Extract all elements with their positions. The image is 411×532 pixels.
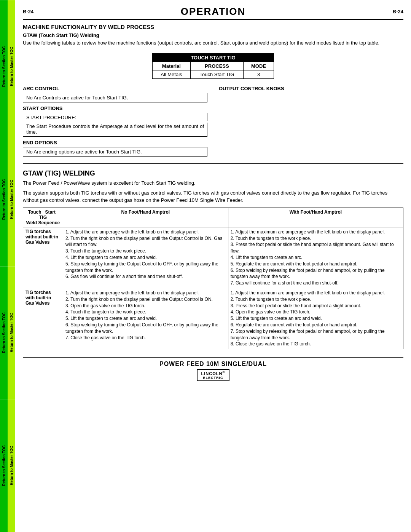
- output-control-label: OUTPUT CONTROL KNOBS: [219, 86, 403, 91]
- page-footer: POWER FEED 10M SINGLE/DUAL LINCOLN® ELEC…: [23, 357, 403, 381]
- logo-electric: ELECTRIC: [201, 376, 225, 380]
- table-row-2: TIG torches with built-in Gas Valves 1. …: [23, 288, 403, 349]
- col-weld-seq: Touch Start TIGWeld Sequence: [23, 208, 63, 227]
- return-master-toc-2[interactable]: Return to Master TOC: [8, 133, 15, 266]
- row-process: Touch Start TIG: [190, 70, 243, 79]
- page-num-right: B-24: [393, 9, 403, 14]
- gtaw-section-title: GTAW (TIG) WELDING: [23, 169, 403, 177]
- col-process: PROCESS: [190, 62, 243, 70]
- row-mode: 3: [243, 70, 274, 79]
- gtaw-para2: The system supports both TIG torches wit…: [23, 190, 403, 203]
- arc-control-col: ARC CONTROL No Arc Controls are active f…: [23, 86, 207, 158]
- section-header: MACHINE FUNCTIONALITY BY WELD PROCESS: [23, 24, 403, 30]
- start-procedure-label: START PROCEDURE:: [23, 113, 207, 121]
- output-control-col: OUTPUT CONTROL KNOBS: [219, 86, 403, 158]
- return-section-toc-4[interactable]: Return to Section TOC: [0, 399, 8, 532]
- start-procedure-text: The Start Procedure controls the Amperag…: [23, 123, 207, 137]
- section-divider: [23, 163, 403, 164]
- seq-label-2: TIG torches with built-in Gas Valves: [23, 288, 63, 349]
- no-foot-1: 1. Adjust the arc amperage with the left…: [63, 227, 228, 288]
- start-options-label: START OPTIONS: [23, 105, 207, 111]
- col-with-foot: With Foot/Hand Amptrol: [228, 208, 403, 227]
- with-foot-1: 1. Adjust the maximum arc amperage with …: [228, 227, 403, 288]
- no-foot-2: 1. Adjust the arc amperage with the left…: [63, 288, 228, 349]
- seq-label-1: TIG torches without built-in Gas Valves: [23, 227, 63, 288]
- arc-control-label: ARC CONTROL: [23, 86, 207, 91]
- page-num-left: B-24: [23, 9, 33, 14]
- subsection-header: GTAW (Touch Start TIG) Welding: [23, 32, 403, 38]
- return-section-toc-3[interactable]: Return to Section TOC: [0, 266, 8, 399]
- page-title: OPERATION: [181, 6, 246, 18]
- arc-control-text: No Arc Controls are active for Touch Sta…: [23, 93, 207, 102]
- return-section-toc-1[interactable]: Return to Section TOC: [0, 0, 8, 133]
- page-header: B-24 OPERATION B-24: [23, 6, 403, 20]
- end-options-text: No Arc ending options are active for Tou…: [23, 147, 207, 157]
- logo-lincoln: LINCOLN: [201, 371, 223, 376]
- tig-table-title: TOUCH START TIG: [153, 54, 274, 62]
- gtaw-para1: The Power Feed / PowerWave system is exc…: [23, 180, 403, 187]
- return-master-toc-4[interactable]: Return to Master TOC: [8, 399, 15, 532]
- lincoln-logo: LINCOLN® ELECTRIC: [197, 369, 230, 381]
- table-row-1: TIG torches without built-in Gas Valves …: [23, 227, 403, 288]
- arc-output-section: ARC CONTROL No Arc Controls are active f…: [23, 86, 403, 158]
- col-material: Material: [153, 62, 191, 70]
- footer-title: POWER FEED 10M SINGLE/DUAL: [23, 361, 403, 367]
- col-no-foot: No Foot/Hand Amptrol: [63, 208, 228, 227]
- end-options-label: END OPTIONS: [23, 140, 207, 145]
- touch-start-tig-table-wrapper: TOUCH START TIG Material PROCESS MODE Al…: [23, 50, 403, 83]
- return-master-toc-1[interactable]: Return to Master TOC: [8, 0, 15, 133]
- col-mode: MODE: [243, 62, 274, 70]
- with-foot-2: 1. Adjust the maximum arc amperage with …: [228, 288, 403, 349]
- intro-text: Use the following tables to review how t…: [23, 40, 403, 46]
- row-material: All Metals: [153, 70, 191, 79]
- weld-sequence-table: Touch Start TIGWeld Sequence No Foot/Han…: [23, 208, 403, 349]
- return-master-toc-3[interactable]: Return to Master TOC: [8, 266, 15, 399]
- return-section-toc-2[interactable]: Return to Section TOC: [0, 133, 8, 266]
- touch-start-tig-table: TOUCH START TIG Material PROCESS MODE Al…: [152, 53, 274, 79]
